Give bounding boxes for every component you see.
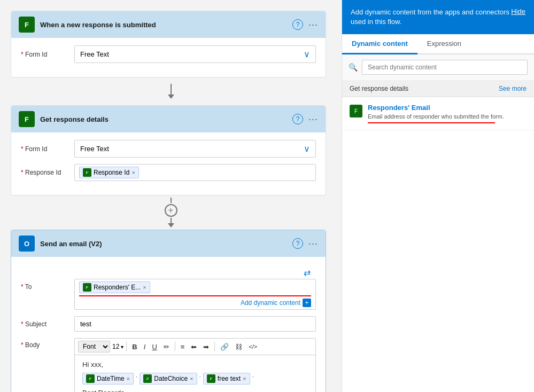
card2-responseid-row: * Response Id F Response Id ×: [21, 164, 316, 181]
card3-to-token[interactable]: F Responders' E... ×: [79, 281, 150, 293]
connector1: [11, 81, 331, 102]
response-id-token-text: Response Id: [94, 169, 129, 176]
card3-actions: ? ···: [292, 238, 318, 249]
toolbar-sep1: [126, 342, 127, 351]
panel-item-icon: F: [350, 105, 362, 117]
panel-item-title: Responders' Email: [368, 104, 527, 112]
token-email-icon: F: [83, 283, 91, 292]
card2-formid-value: Free Text: [80, 145, 109, 153]
to-input[interactable]: [152, 284, 311, 292]
add-dynamic-link[interactable]: Add dynamic content +: [79, 299, 311, 307]
card1-formid-label: * Form Id: [21, 51, 69, 58]
card-send-email: O Send an email (V2) ? ··· ⇄ * To F: [11, 230, 326, 392]
card3-subject-label: * Subject: [21, 320, 69, 328]
card3-to-label: * To: [21, 283, 69, 291]
to-token-close[interactable]: ×: [143, 284, 146, 291]
card1-menu-icon[interactable]: ···: [308, 19, 318, 30]
panel-header-text: Add dynamic content from the apps and co…: [351, 7, 511, 27]
token3-punct: ·: [252, 373, 254, 385]
card3-title: Send an email (V2): [40, 240, 287, 248]
card1-body: * Form Id Free Text ∨: [11, 38, 326, 77]
connector2-top-line: [171, 198, 172, 203]
font-select[interactable]: Font: [78, 341, 110, 352]
card1-title: When a new response is submitted: [40, 21, 287, 29]
card3-body: ⇄ * To F Responders' E... ×: [11, 257, 326, 392]
card3-subject-row: * Subject: [21, 316, 316, 332]
panel-hide-btn[interactable]: Hide: [511, 7, 525, 15]
indent-right-btn[interactable]: ➡: [200, 342, 212, 352]
datechoice-close[interactable]: ×: [190, 375, 193, 382]
add-dynamic-text: Add dynamic content: [241, 299, 300, 307]
add-dynamic-plus-icon[interactable]: +: [303, 299, 311, 307]
font-size-wrapper: 12 ▾: [111, 342, 123, 351]
body-toolbar: Font 12 ▾ B I U ✏ ≡ ⬅ ➡: [75, 339, 315, 355]
panel-see-more[interactable]: See more: [499, 85, 527, 92]
body-token-datetime[interactable]: F DateTime ×: [82, 373, 134, 385]
panel-item-desc: Email address of responder who submitted…: [368, 113, 527, 123]
link-btn[interactable]: 🔗: [218, 342, 231, 352]
code-btn[interactable]: </>: [246, 342, 260, 351]
card3-subject-input[interactable]: [74, 316, 316, 332]
card2-responseid-label: * Response Id: [21, 169, 69, 176]
card2-responseid-token[interactable]: F Response Id ×: [79, 167, 139, 178]
connector2-plus[interactable]: +: [165, 204, 177, 217]
panel-responders-email-item[interactable]: F Responders' Email Email address of res…: [342, 97, 534, 130]
card2-formid-input[interactable]: Free Text ∨: [74, 140, 316, 158]
card3-help-icon[interactable]: ?: [292, 238, 303, 249]
italic-btn[interactable]: I: [141, 342, 149, 352]
tab-expression[interactable]: Expression: [417, 34, 471, 54]
card3-menu-icon[interactable]: ···: [308, 238, 318, 249]
swap-icon-row: ⇄: [21, 264, 316, 279]
card2-help-icon[interactable]: ?: [292, 114, 303, 124]
connector2: +: [11, 198, 331, 228]
card3-body-editor: Font 12 ▾ B I U ✏ ≡ ⬅ ➡: [74, 338, 316, 392]
toolbar-sep2: [175, 342, 175, 351]
font-size-display: 12: [111, 342, 120, 351]
card2-menu-icon[interactable]: ···: [308, 114, 318, 125]
card3-header: O Send an email (V2) ? ···: [11, 230, 326, 257]
connector2-bottom-line: [171, 218, 172, 223]
search-input[interactable]: [362, 60, 528, 75]
swap-icon[interactable]: ⇄: [304, 268, 311, 278]
connector2-arrow: [168, 223, 174, 228]
body-token-datechoice[interactable]: F DateChoice ×: [140, 373, 197, 385]
underline-btn[interactable]: U: [149, 342, 159, 352]
card3-to-wrapper: F Responders' E... × Add dynamic content…: [74, 279, 316, 310]
editor-greeting: Hi xxx,: [82, 360, 308, 369]
font-size-caret[interactable]: ▾: [121, 344, 123, 350]
underline-decoration: [368, 122, 495, 123]
indent-left-btn[interactable]: ⬅: [188, 342, 199, 352]
token2-punct: ·: [199, 373, 201, 385]
card1-formid-arrow: ∨: [304, 49, 310, 59]
card2-formid-row: * Form Id Free Text ∨: [21, 140, 316, 158]
card2-formid-label: * Form Id: [21, 145, 69, 153]
response-id-token-close[interactable]: ×: [131, 169, 135, 176]
body-token-freetext[interactable]: F free text ×: [203, 373, 250, 385]
unlink-btn[interactable]: ⛓: [233, 342, 245, 352]
card2-header: F Get response details ? ···: [11, 106, 326, 132]
body-tokens: F DateTime × · F DateChoice × ·: [82, 373, 308, 385]
datetime-close[interactable]: ×: [127, 375, 130, 382]
card2-title: Get response details: [40, 115, 287, 123]
card-when-submitted: F When a new response is submitted ? ···…: [11, 11, 326, 77]
tab-dynamic-content[interactable]: Dynamic content: [342, 34, 417, 54]
bold-btn[interactable]: B: [129, 342, 140, 352]
ol-btn[interactable]: ≡: [178, 342, 188, 352]
sig-line1: Best Regards,: [82, 389, 308, 392]
card1-help-icon[interactable]: ?: [292, 19, 303, 30]
card2-body: * Form Id Free Text ∨ * Response Id F Re…: [11, 132, 326, 195]
freetext-close[interactable]: ×: [243, 375, 246, 382]
toolbar-sep3: [214, 342, 215, 351]
editor-content[interactable]: Hi xxx, F DateTime × · F DateChoice: [75, 355, 315, 392]
card3-body-row: * Body Font 12 ▾ B I: [21, 338, 316, 392]
card1-formid-value: Free Text: [80, 50, 109, 58]
highlight-btn[interactable]: ✏: [161, 342, 172, 352]
panel-section-title: Get response details: [350, 85, 408, 92]
token-form-icon: F: [83, 168, 91, 177]
card1-formid-input[interactable]: Free Text ∨: [74, 45, 316, 63]
panel-tabs: Dynamic content Expression: [342, 34, 534, 54]
card3-icon: O: [19, 236, 35, 252]
panel-header: Add dynamic content from the apps and co…: [342, 0, 534, 34]
connector1-arrow: [168, 95, 174, 99]
editor-signature: Best Regards, Sunshine Gu: [82, 389, 308, 392]
